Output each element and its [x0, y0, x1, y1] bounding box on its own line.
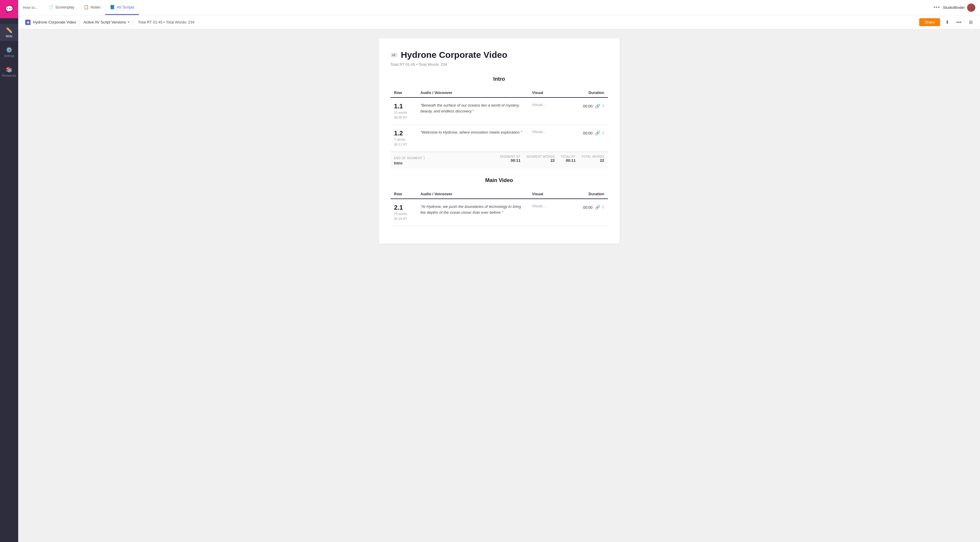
duration-time: 00:00: [583, 205, 593, 210]
main-area: How to... 📄 Screenplay 📋 Notes 📘 AV Scri…: [18, 0, 980, 542]
col-audio: Audio / Voiceover: [417, 189, 529, 199]
screenplay-icon: 📄: [48, 5, 53, 10]
project-name: Hydrone Corporate Video: [33, 20, 76, 24]
tab-notes-label: Notes: [91, 5, 100, 10]
row-words: 7 words 00:11 RT: [394, 138, 407, 146]
seg-rt-value: 00:11: [500, 158, 520, 163]
total-rt-label: TOTAL RT: [561, 155, 576, 158]
seg-words-stat: SEGMENT WORDS 22: [526, 155, 555, 163]
audio-cell[interactable]: "Welcome to Hydrone, where innovation me…: [417, 125, 529, 152]
share-button[interactable]: Share: [919, 18, 940, 26]
studio-name: StudioBinder: [943, 5, 965, 10]
audio-text: "Beneath the surface of our oceans lies …: [420, 103, 520, 113]
seg-words-label: SEGMENT WORDS: [526, 155, 555, 158]
av-table-intro: Row Audio / Voiceover Visual Duration 1.…: [391, 88, 608, 152]
row-words: 15 words 00:06 RT: [394, 111, 407, 119]
tab-notes[interactable]: 📋 Notes: [79, 0, 105, 15]
table-header-row: Row Audio / Voiceover Visual Duration: [391, 189, 608, 199]
seg-words-value: 22: [526, 158, 555, 163]
duration-time: 00:00: [583, 131, 593, 135]
tab-screenplay-label: Screenplay: [55, 5, 74, 10]
sidebar-item-write[interactable]: ✏️ Write: [0, 24, 18, 41]
row-id-cell: 1.2 7 words 00:11 RT: [391, 125, 417, 152]
row-id-cell: 2.1 19 words 00:18 RT: [391, 199, 417, 226]
col-row: Row: [391, 189, 417, 199]
version-dropdown[interactable]: Active AV Script Versions ▾: [80, 19, 133, 25]
subtoolbar-right: Share ⬇ ••• ⊞: [919, 17, 975, 27]
chevron-down-icon: ▾: [128, 21, 129, 24]
total-rt-value: 00:11: [561, 158, 576, 163]
table-row: 1.1 15 words 00:06 RT "Beneath the surfa…: [391, 97, 608, 125]
sidebar-item-label: Settings: [4, 54, 14, 57]
more-icon-btn[interactable]: •••: [954, 17, 964, 27]
total-words-value: 22: [581, 158, 605, 163]
attachment-count: 0: [602, 205, 605, 209]
row-number: 1.2: [394, 129, 414, 137]
segment-stats: SEGMENT RT 00:11 SEGMENT WORDS 22 TOTAL …: [500, 155, 605, 163]
audio-text: "Welcome to Hydrone, where innovation me…: [420, 130, 522, 135]
attachment-icon: 🔗: [595, 103, 600, 108]
total-rt-stat: TOTAL RT 00:11: [561, 155, 576, 163]
attachment-icon: 🔗: [595, 131, 600, 135]
visual-cell[interactable]: Visual...: [529, 199, 570, 226]
settings-icon: ⚙️: [6, 47, 12, 53]
section-heading-intro: Intro: [391, 76, 608, 82]
ellipsis-icon: •••: [956, 20, 961, 25]
stats-label: Total RT 01:45 • Total Words: 234: [133, 19, 199, 25]
project-icon: ▣: [25, 20, 30, 25]
studio-binder-menu[interactable]: StudioBinder: [943, 3, 975, 12]
script-title: Hydrone Corporate Video: [401, 50, 508, 60]
row-words: 19 words 00:18 RT: [394, 212, 407, 221]
sidebar-item-resources[interactable]: 📚 Resources: [0, 64, 18, 80]
table-row: 2.1 19 words 00:18 RT "At Hydrone, we pu…: [391, 199, 608, 226]
sidebar-item-settings[interactable]: ⚙️ Settings: [0, 44, 18, 60]
tab-av-scripts[interactable]: 📘 AV Scripts: [105, 0, 139, 15]
visual-text: Visual...: [532, 204, 546, 208]
tab-screenplay[interactable]: 📄 Screenplay: [44, 0, 79, 15]
col-visual: Visual: [529, 88, 570, 97]
segment-footer-intro: END OF SEGMENT 1 Intro SEGMENT RT 00:11 …: [391, 152, 608, 168]
logo-icon: 💬: [5, 5, 13, 13]
table-header-row: Row Audio / Voiceover Visual Duration: [391, 88, 608, 97]
col-audio: Audio / Voiceover: [417, 88, 529, 97]
audio-cell[interactable]: "Beneath the surface of our oceans lies …: [417, 97, 529, 125]
duration-cell: 00:00 🔗 0: [570, 125, 608, 152]
sidebar-item-label: Write: [6, 35, 12, 38]
segment-end-label: END OF SEGMENT 1: [394, 156, 425, 160]
notes-icon: 📋: [84, 5, 89, 10]
table-row: 1.2 7 words 00:11 RT "Welcome to Hydrone…: [391, 125, 608, 152]
col-visual: Visual: [529, 189, 570, 199]
total-words-stat: TOTAL WORDS 22: [581, 155, 605, 163]
attachment-count: 0: [602, 131, 605, 135]
col-duration: Duration: [570, 189, 608, 199]
version-badge: v1: [391, 53, 397, 57]
visual-cell[interactable]: Visual...: [529, 125, 570, 152]
sidebar-nav: ✏️ Write ⚙️ Settings 📚 Resources: [0, 24, 18, 80]
more-options-icon[interactable]: •••: [934, 5, 940, 11]
avatar: [967, 3, 975, 12]
attachment-count: 0: [602, 104, 605, 108]
section-gap: [391, 168, 608, 177]
resources-icon: 📚: [6, 66, 12, 73]
audio-text: "At Hydrone, we push the boundaries of t…: [420, 204, 521, 215]
total-words-label: TOTAL WORDS: [581, 155, 605, 158]
av-scripts-icon: 📘: [110, 5, 115, 10]
col-duration: Duration: [570, 88, 608, 97]
download-icon-btn[interactable]: ⬇: [942, 17, 952, 27]
duration-cell: 00:00 🔗 0: [570, 97, 608, 125]
grid-icon: ⊞: [969, 19, 973, 25]
row-number: 2.1: [394, 204, 414, 211]
download-icon: ⬇: [945, 19, 949, 25]
write-icon: ✏️: [6, 27, 12, 33]
subtoolbar: ▣ Hydrone Corporate Video Active AV Scri…: [18, 15, 980, 29]
duration-cell: 00:00 🔗 0: [570, 199, 608, 226]
how-to-link[interactable]: How to...: [23, 5, 38, 10]
audio-cell[interactable]: "At Hydrone, we push the boundaries of t…: [417, 199, 529, 226]
sidebar: 💬 ✏️ Write ⚙️ Settings 📚 Resources: [0, 0, 18, 542]
duration-time: 00:00: [583, 104, 593, 108]
visual-cell[interactable]: Visual...: [529, 97, 570, 125]
sidebar-logo[interactable]: 💬: [0, 0, 18, 18]
script-container: v1 Hydrone Corporate Video Total RT 01:4…: [379, 38, 620, 244]
grid-icon-btn[interactable]: ⊞: [966, 17, 975, 27]
seg-rt-stat: SEGMENT RT 00:11: [500, 155, 520, 163]
